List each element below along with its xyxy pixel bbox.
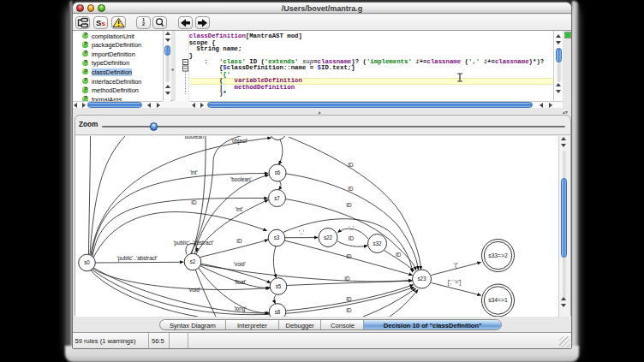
svg-text:ID: ID	[349, 234, 355, 240]
svg-text:'object': 'object'	[231, 138, 247, 145]
svg-text:'long': 'long'	[234, 306, 246, 312]
svg-text:s7: s7	[274, 194, 280, 200]
svg-text:ID: ID	[346, 201, 352, 207]
svg-text:'void': 'void'	[188, 286, 200, 292]
svg-text:'..': '..'	[349, 225, 354, 231]
svg-text:s6: s6	[275, 169, 281, 175]
svg-text:ID: ID	[348, 185, 354, 191]
svg-text:'boolean': 'boolean'	[230, 176, 252, 182]
svg-text:s3: s3	[274, 234, 280, 240]
svg-text:s5: s5	[276, 282, 282, 288]
svg-text:s33=>2: s33=>2	[488, 252, 508, 258]
svg-text:s2: s2	[190, 258, 196, 264]
svg-text:[',' '=']: [',' '=']	[448, 278, 462, 285]
svg-text:ID: ID	[396, 251, 402, 257]
svg-text:s34=>1: s34=>1	[488, 297, 508, 303]
svg-text:ID: ID	[346, 306, 352, 312]
svg-text:ID: ID	[346, 252, 352, 258]
svg-text:'..': '..'	[299, 229, 304, 235]
svg-text:s8: s8	[275, 308, 281, 314]
svg-text:'int': 'int'	[190, 169, 198, 175]
svg-text:ID: ID	[344, 275, 350, 281]
svg-text:'boolean': 'boolean'	[184, 136, 206, 139]
svg-text:'float': 'float'	[234, 278, 246, 284]
svg-text:ID: ID	[346, 295, 352, 301]
svg-text:s32: s32	[373, 240, 382, 246]
svg-text:'public'..'abstract': 'public'..'abstract'	[173, 239, 213, 246]
svg-text:ID: ID	[191, 199, 197, 205]
svg-text:ID: ID	[236, 238, 242, 244]
svg-text:'(': '('	[454, 262, 458, 269]
svg-text:'void': 'void'	[234, 261, 246, 267]
svg-text:s22: s22	[324, 234, 333, 240]
svg-text:s23: s23	[417, 276, 426, 282]
svg-text:ID: ID	[348, 161, 354, 167]
svg-text:s0: s0	[84, 259, 90, 265]
svg-text:'public'..'abstract': 'public'..'abstract'	[117, 255, 158, 262]
svg-text:'int': 'int'	[236, 206, 243, 212]
